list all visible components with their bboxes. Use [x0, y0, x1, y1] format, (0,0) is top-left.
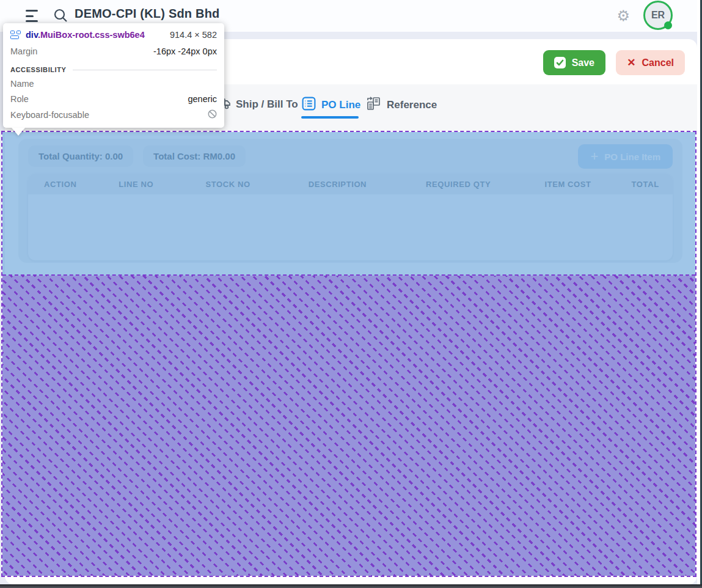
- divider: [73, 70, 217, 70]
- tab-ship-bill-to[interactable]: Ship / Bill To: [215, 96, 298, 113]
- margin-label: Margin: [10, 46, 37, 56]
- column-header-action: ACTION: [28, 180, 93, 189]
- window-edge-bottom: [0, 584, 702, 588]
- po-line-table: ACTION LINE NO STOCK NO DESCRIPTION REQU…: [28, 174, 673, 260]
- tab-label: Reference: [387, 99, 437, 111]
- tab-reference[interactable]: Reference: [365, 96, 437, 114]
- column-header-total: TOTAL: [618, 180, 673, 189]
- reference-docs-icon: [365, 96, 382, 114]
- plus-icon: +: [590, 150, 598, 163]
- save-button[interactable]: Save: [543, 50, 605, 75]
- accessibility-header: ACCESSIBILITY: [10, 66, 67, 73]
- element-selector: div.MuiBox-root.css-swb6e4: [26, 30, 145, 40]
- column-header-line-no: LINE NO: [93, 180, 180, 189]
- table-header-row: ACTION LINE NO STOCK NO DESCRIPTION REQU…: [28, 174, 673, 194]
- cancel-button[interactable]: ✕ Cancel: [616, 50, 685, 75]
- menu-icon[interactable]: [26, 10, 39, 22]
- active-tab-underline: [301, 116, 359, 119]
- tab-label: Ship / Bill To: [236, 98, 298, 111]
- tab-label: PO Line: [321, 99, 360, 111]
- tab-po-line[interactable]: PO Line: [301, 96, 360, 114]
- a11y-name-label: Name: [10, 79, 34, 89]
- column-header-required-qty: REQUIRED QTY: [399, 180, 518, 189]
- a11y-focusable-label: Keyboard-focusable: [10, 110, 89, 120]
- save-check-icon: [554, 57, 566, 68]
- element-badge-icon: [10, 31, 21, 39]
- total-cost-badge: Total Cost: RM0.00: [143, 145, 246, 167]
- element-dimensions: 914.4 × 582: [170, 30, 217, 40]
- company-title: DEMO-CPI (KL) Sdn Bhd: [75, 7, 220, 21]
- not-focusable-icon: [208, 109, 217, 120]
- total-quantity-badge: Total Quantity: 0.00: [28, 145, 133, 167]
- a11y-role-value: generic: [188, 94, 217, 104]
- gear-icon[interactable]: ⚙: [616, 6, 630, 26]
- tooltip-arrow: [12, 128, 25, 136]
- po-line-panel: Total Quantity: 0.00 Total Cost: RM0.00 …: [18, 139, 682, 263]
- column-header-stock-no: STOCK NO: [180, 180, 276, 189]
- devtools-inspect-tooltip: div.MuiBox-root.css-swb6e4 914.4 × 582 M…: [3, 23, 224, 128]
- avatar-initials: ER: [651, 10, 665, 21]
- margin-value: -16px -24px 0px: [153, 46, 217, 56]
- a11y-role-label: Role: [10, 94, 29, 104]
- column-header-description: DESCRIPTION: [276, 180, 398, 189]
- online-status-dot: [664, 21, 672, 29]
- column-header-item-cost: ITEM COST: [518, 180, 618, 189]
- avatar[interactable]: ER: [643, 1, 673, 30]
- add-po-line-item-button[interactable]: + PO Line Item: [578, 144, 673, 169]
- cancel-x-icon: ✕: [627, 56, 635, 69]
- list-alt-icon: [301, 96, 316, 114]
